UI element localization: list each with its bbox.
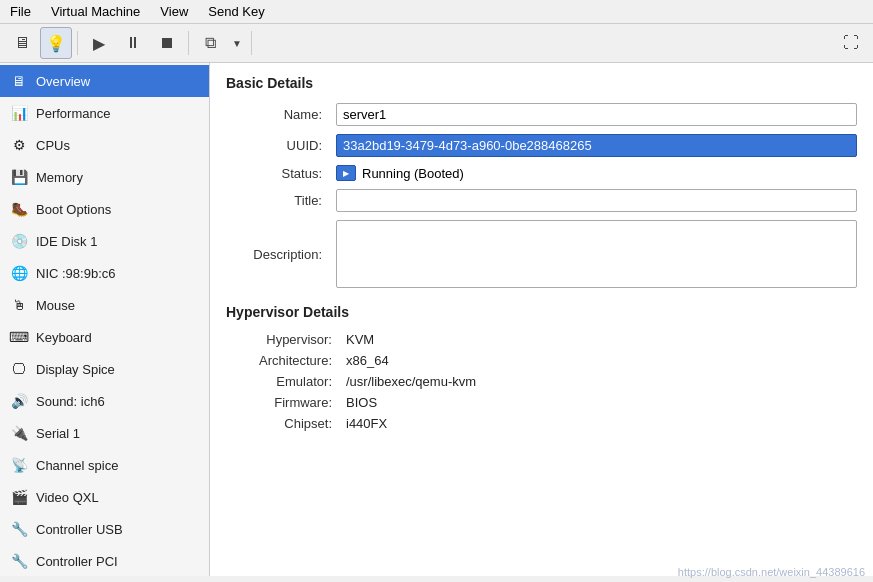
sidebar-item-overview-label: Overview (36, 74, 90, 89)
firmware-value: BIOS (346, 395, 857, 410)
video-qxl-icon: 🎬 (8, 486, 30, 508)
sidebar-item-ide-disk[interactable]: 💿 IDE Disk 1 (0, 225, 209, 257)
toolbar-sep-2 (188, 31, 189, 55)
chipset-value: i440FX (346, 416, 857, 431)
lightbulb-button[interactable]: 💡 (40, 27, 72, 59)
hypervisor-grid: Hypervisor: KVM Architecture: x86_64 Emu… (226, 332, 857, 431)
sound-icon: 🔊 (8, 390, 30, 412)
sidebar-item-cpus[interactable]: ⚙ CPUs (0, 129, 209, 161)
clone-button[interactable]: ⧉ (194, 27, 226, 59)
sidebar-item-boot-options[interactable]: 🥾 Boot Options (0, 193, 209, 225)
monitor-button[interactable]: 🖥 (6, 27, 38, 59)
sidebar-item-sound[interactable]: 🔊 Sound: ich6 (0, 385, 209, 417)
name-input[interactable] (336, 103, 857, 126)
hypervisor-section: Hypervisor Details Hypervisor: KVM Archi… (226, 304, 857, 431)
description-textarea[interactable] (336, 220, 857, 288)
ide-disk-icon: 💿 (8, 230, 30, 252)
controller-usb-icon: 🔧 (8, 518, 30, 540)
watermark: https://blog.csdn.net/weixin_44389616 (678, 566, 865, 578)
sidebar-item-video-qxl[interactable]: 🎬 Video QXL (0, 481, 209, 513)
nic-icon: 🌐 (8, 262, 30, 284)
sidebar: 🖥 Overview 📊 Performance ⚙ CPUs 💾 Memory… (0, 63, 210, 576)
overview-icon: 🖥 (8, 70, 30, 92)
sidebar-item-controller-pci[interactable]: 🔧 Controller PCI (0, 545, 209, 576)
architecture-value: x86_64 (346, 353, 857, 368)
sidebar-item-performance-label: Performance (36, 106, 110, 121)
hypervisor-label: Hypervisor: (226, 332, 336, 347)
description-label: Description: (226, 247, 326, 262)
sidebar-item-controller-usb-label: Controller USB (36, 522, 123, 537)
menu-virtual-machine[interactable]: Virtual Machine (45, 2, 146, 21)
pause-button[interactable]: ⏸ (117, 27, 149, 59)
sidebar-item-channel-spice[interactable]: 📡 Channel spice (0, 449, 209, 481)
display-spice-icon: 🖵 (8, 358, 30, 380)
sidebar-item-keyboard-label: Keyboard (36, 330, 92, 345)
sidebar-item-display-spice[interactable]: 🖵 Display Spice (0, 353, 209, 385)
uuid-input[interactable] (336, 134, 857, 157)
chipset-label: Chipset: (226, 416, 336, 431)
channel-spice-icon: 📡 (8, 454, 30, 476)
clone-dropdown[interactable]: ▼ (228, 27, 246, 59)
menubar: File Virtual Machine View Send Key (0, 0, 873, 24)
hypervisor-details-title: Hypervisor Details (226, 304, 857, 320)
running-icon (336, 165, 356, 181)
title-input[interactable] (336, 189, 857, 212)
mouse-icon: 🖱 (8, 294, 30, 316)
firmware-label: Firmware: (226, 395, 336, 410)
status-value: Running (Booted) (362, 166, 464, 181)
menu-file[interactable]: File (4, 2, 37, 21)
hypervisor-value: KVM (346, 332, 857, 347)
performance-icon: 📊 (8, 102, 30, 124)
sidebar-item-serial[interactable]: 🔌 Serial 1 (0, 417, 209, 449)
sidebar-item-boot-options-label: Boot Options (36, 202, 111, 217)
status-row: Running (Booted) (336, 165, 857, 181)
boot-options-icon: 🥾 (8, 198, 30, 220)
toolbar-sep-1 (77, 31, 78, 55)
sidebar-item-sound-label: Sound: ich6 (36, 394, 105, 409)
menu-send-key[interactable]: Send Key (202, 2, 270, 21)
stop-button[interactable]: ⏹ (151, 27, 183, 59)
sidebar-item-controller-pci-label: Controller PCI (36, 554, 118, 569)
status-label: Status: (226, 166, 326, 181)
architecture-label: Architecture: (226, 353, 336, 368)
keyboard-icon: ⌨ (8, 326, 30, 348)
sidebar-item-nic[interactable]: 🌐 NIC :98:9b:c6 (0, 257, 209, 289)
main-layout: 🖥 Overview 📊 Performance ⚙ CPUs 💾 Memory… (0, 63, 873, 576)
sidebar-item-memory-label: Memory (36, 170, 83, 185)
sidebar-item-cpus-label: CPUs (36, 138, 70, 153)
basic-details-title: Basic Details (226, 75, 857, 91)
sidebar-item-overview[interactable]: 🖥 Overview (0, 65, 209, 97)
uuid-label: UUID: (226, 138, 326, 153)
sidebar-item-controller-usb[interactable]: 🔧 Controller USB (0, 513, 209, 545)
content-area: Basic Details Name: UUID: Status: Runnin… (210, 63, 873, 576)
fullscreen-button[interactable]: ⛶ (835, 27, 867, 59)
sidebar-item-mouse-label: Mouse (36, 298, 75, 313)
sidebar-item-mouse[interactable]: 🖱 Mouse (0, 289, 209, 321)
sidebar-item-display-spice-label: Display Spice (36, 362, 115, 377)
menu-view[interactable]: View (154, 2, 194, 21)
sidebar-item-ide-disk-label: IDE Disk 1 (36, 234, 97, 249)
emulator-value: /usr/libexec/qemu-kvm (346, 374, 857, 389)
sidebar-item-nic-label: NIC :98:9b:c6 (36, 266, 116, 281)
name-label: Name: (226, 107, 326, 122)
sidebar-item-video-qxl-label: Video QXL (36, 490, 99, 505)
sidebar-item-memory[interactable]: 💾 Memory (0, 161, 209, 193)
sidebar-item-serial-label: Serial 1 (36, 426, 80, 441)
toolbar: 🖥 💡 ▶ ⏸ ⏹ ⧉ ▼ ⛶ (0, 24, 873, 63)
sidebar-item-keyboard[interactable]: ⌨ Keyboard (0, 321, 209, 353)
toolbar-sep-3 (251, 31, 252, 55)
serial-icon: 🔌 (8, 422, 30, 444)
sidebar-item-performance[interactable]: 📊 Performance (0, 97, 209, 129)
title-label: Title: (226, 193, 326, 208)
sidebar-item-channel-spice-label: Channel spice (36, 458, 118, 473)
run-button[interactable]: ▶ (83, 27, 115, 59)
controller-pci-icon: 🔧 (8, 550, 30, 572)
basic-details-form: Name: UUID: Status: Running (Booted) Tit… (226, 103, 857, 288)
memory-icon: 💾 (8, 166, 30, 188)
emulator-label: Emulator: (226, 374, 336, 389)
cpus-icon: ⚙ (8, 134, 30, 156)
